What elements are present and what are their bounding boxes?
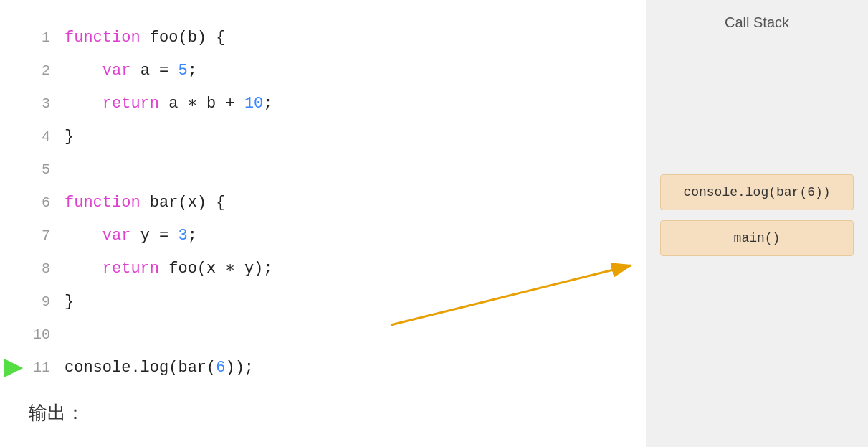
code-line-9: 9 }	[29, 286, 631, 319]
code-line-3: 3 return a ∗ b + 10;	[29, 88, 631, 121]
code-line-1: 1 function foo(b) {	[29, 22, 631, 55]
line-num-5: 5	[29, 154, 50, 187]
code-line-4: 4 }	[29, 121, 631, 154]
line-num-11: 11	[29, 352, 50, 385]
code-line-2: 2 var a = 5;	[29, 55, 631, 88]
current-line-arrow	[4, 359, 23, 377]
code-line-10: 10	[29, 319, 631, 352]
call-stack-panel: Call Stack console.log(bar(6)) main()	[646, 0, 868, 447]
stack-item-0: console.log(bar(6))	[660, 174, 854, 210]
code-line-5: 5	[29, 154, 631, 187]
code-line-8: 8 return foo(x ∗ y);	[29, 253, 631, 286]
line-num-7: 7	[29, 220, 50, 253]
line-num-10: 10	[29, 319, 50, 352]
code-text-2: var a = 5;	[65, 55, 197, 88]
code-text-3: return a ∗ b + 10;	[65, 88, 273, 121]
code-text-8: return foo(x ∗ y);	[65, 253, 273, 286]
code-text-4: }	[65, 121, 74, 154]
code-text-1: function foo(b) {	[65, 22, 225, 55]
line-num-1: 1	[29, 22, 50, 55]
line-num-9: 9	[29, 286, 50, 319]
call-stack-title: Call Stack	[660, 14, 854, 31]
line-num-4: 4	[29, 121, 50, 154]
code-text-11: console.log(bar(6));	[65, 352, 254, 385]
stack-item-1: main()	[660, 220, 854, 256]
code-text-10	[65, 319, 74, 352]
output-section: 输出：	[29, 400, 85, 425]
code-text-6: function bar(x) {	[65, 187, 225, 220]
call-stack-items: console.log(bar(6)) main()	[660, 174, 854, 256]
code-text-7: var y = 3;	[65, 220, 197, 253]
code-text-9: }	[65, 286, 74, 319]
line-num-8: 8	[29, 253, 50, 286]
line-num-6: 6	[29, 187, 50, 220]
main-content: 1 function foo(b) { 2 var a = 5; 3 retur…	[0, 0, 646, 447]
code-line-6: 6 function bar(x) {	[29, 187, 631, 220]
code-text-5	[65, 154, 74, 187]
code-block: 1 function foo(b) { 2 var a = 5; 3 retur…	[29, 22, 631, 385]
line-num-2: 2	[29, 55, 50, 88]
output-label: 输出：	[29, 402, 85, 423]
line-num-3: 3	[29, 88, 50, 121]
code-line-11: 11 console.log(bar(6));	[29, 352, 631, 385]
code-line-7: 7 var y = 3;	[29, 220, 631, 253]
